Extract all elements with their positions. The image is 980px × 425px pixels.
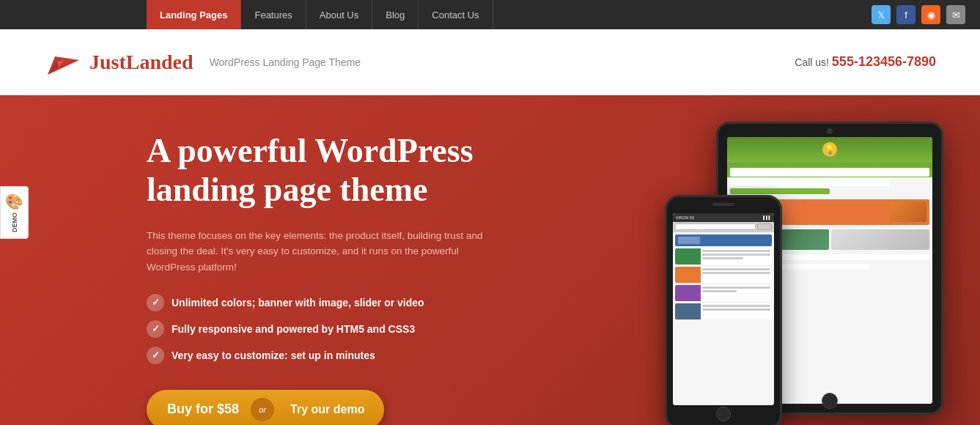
phone-carrier: VIRGIN 3G: [676, 215, 694, 220]
phone-block-img-3: [675, 285, 701, 301]
social-icons-group: 𝕏 f ◉ ✉: [872, 5, 980, 24]
phone-text-line-1: [702, 250, 770, 252]
tablet-block-2: [730, 179, 890, 186]
phone-text-line-7: [702, 290, 737, 292]
phone-text-line-4: [702, 268, 770, 270]
top-navigation: Landing Pages Features About Us Blog Con…: [0, 0, 980, 29]
tablet-block-1: [730, 168, 929, 177]
site-header: JustLanded WordPress Landing Page Theme …: [0, 29, 980, 95]
rss-icon[interactable]: ◉: [921, 5, 940, 24]
facebook-icon[interactable]: f: [896, 5, 915, 24]
phone-content-block-2: [675, 267, 772, 283]
check-icon-1: [147, 294, 164, 311]
email-icon[interactable]: ✉: [946, 5, 965, 24]
or-label: or: [259, 405, 266, 414]
phone-screen: VIRGIN 3G ▌▌▌: [673, 213, 774, 405]
feature-item-3: Very easy to customize: set up in minute…: [147, 347, 513, 364]
feature-text-1: Unlimited colors; banner with image, sli…: [172, 297, 424, 308]
nav-links: Landing Pages Features About Us Blog Con…: [147, 0, 493, 29]
cta-pill[interactable]: Buy for $58 or Try our demo: [147, 390, 384, 425]
phone-screen-inner: VIRGIN 3G ▌▌▌: [673, 213, 774, 405]
phone-block-text-2: [701, 267, 772, 283]
phone-content: [673, 232, 774, 324]
hero-title: A powerful WordPress landing page theme: [147, 132, 513, 210]
nav-item-landing-pages[interactable]: Landing Pages: [147, 0, 241, 29]
buy-button-label: Buy for $58: [167, 402, 251, 417]
feature-list: Unlimited colors; banner with image, sli…: [147, 294, 513, 364]
phone-nav-bar: [675, 234, 772, 246]
nav-item-blog[interactable]: Blog: [372, 0, 419, 29]
call-us-area: Call us! 555-123456-7890: [795, 54, 936, 70]
hero-section: A powerful WordPress landing page theme …: [0, 95, 980, 425]
logo-text: JustLanded: [89, 51, 194, 74]
phone-text-line-6: [702, 287, 770, 289]
phone-text-line-2: [702, 254, 770, 256]
phone-browser-bar: [673, 222, 774, 232]
phone-url-bar: [675, 223, 756, 230]
phone-text-line-3: [702, 257, 743, 259]
logo-area: JustLanded WordPress Landing Page Theme: [44, 45, 361, 78]
tablet-camera: [827, 128, 833, 134]
feature-text-3: Very easy to customize: set up in minute…: [172, 350, 375, 361]
phone-search-bar: [757, 223, 772, 230]
twitter-icon[interactable]: 𝕏: [872, 5, 891, 24]
tablet-browser-header: 💡: [727, 137, 932, 163]
phone-time: ▌▌▌: [763, 215, 771, 220]
nav-item-contact-us[interactable]: Contact Us: [419, 0, 493, 29]
nav-item-about-us[interactable]: About Us: [306, 0, 372, 29]
phone-content-block-3: [675, 285, 772, 301]
or-badge: or: [251, 398, 274, 421]
phone-status-bar: VIRGIN 3G ▌▌▌: [673, 213, 774, 222]
phone-block-img-4: [675, 303, 701, 319]
phone-number: 555-123456-7890: [832, 54, 936, 69]
hero-devices: 💡: [643, 114, 958, 425]
bulb-icon: 💡: [822, 142, 837, 157]
palette-icon: 🎨: [5, 193, 23, 210]
phone-text-line-8: [702, 305, 770, 307]
feature-item-1: Unlimited colors; banner with image, sli…: [147, 294, 513, 311]
tablet-home-button: [822, 393, 838, 409]
tablet-block-green: [730, 188, 830, 194]
cta-area: Buy for $58 or Try our demo: [147, 390, 513, 425]
phone-block-img-1: [675, 248, 701, 265]
nav-item-features[interactable]: Features: [241, 0, 306, 29]
phone-block-text-3: [701, 285, 772, 301]
hero-description: This theme focuses on the key elements: …: [147, 228, 484, 276]
feature-text-2: Fully responsive and powered by HTM5 and…: [172, 323, 415, 335]
check-icon-2: [147, 320, 164, 338]
phone-mockup: VIRGIN 3G ▌▌▌: [665, 195, 782, 425]
phone-block-text-4: [701, 303, 772, 319]
demo-button-label: Try our demo: [274, 403, 380, 416]
hero-content: A powerful WordPress landing page theme …: [147, 132, 513, 425]
tablet-thumb-1: [890, 202, 926, 222]
phone-home-button: [716, 407, 731, 421]
tablet-thumb-3: [831, 229, 930, 250]
phone-nav-item: [678, 237, 700, 244]
phone-text-line-5: [702, 272, 770, 274]
call-label: Call us!: [795, 56, 829, 68]
demo-badge[interactable]: 🎨 DEMO: [0, 186, 29, 239]
phone-text-line-9: [702, 308, 770, 311]
phone-block-text-1: [701, 248, 772, 265]
check-icon-3: [147, 347, 164, 364]
logo-plane-icon: [44, 45, 81, 78]
phone-block-img-2: [675, 267, 701, 283]
phone-speaker: [712, 203, 734, 206]
svg-marker-0: [48, 56, 79, 75]
demo-badge-label: DEMO: [11, 212, 18, 232]
phone-content-block-1: [675, 248, 772, 265]
logo-tagline: WordPress Landing Page Theme: [210, 56, 361, 68]
feature-item-2: Fully responsive and powered by HTM5 and…: [147, 320, 513, 338]
phone-content-block-4: [675, 303, 772, 319]
